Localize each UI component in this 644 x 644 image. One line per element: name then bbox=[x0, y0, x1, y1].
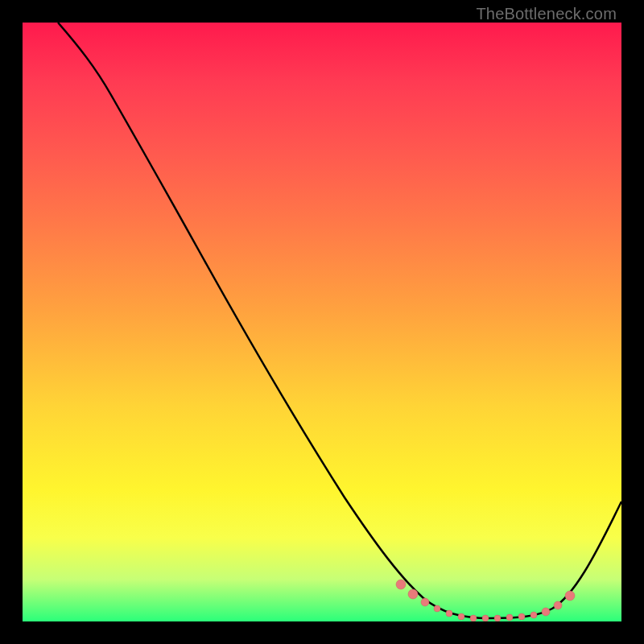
svg-point-12 bbox=[542, 608, 550, 616]
svg-point-13 bbox=[554, 601, 562, 609]
svg-point-3 bbox=[434, 605, 440, 612]
chart-plot-area bbox=[23, 23, 621, 621]
svg-point-11 bbox=[530, 612, 537, 618]
bottleneck-curve-svg bbox=[23, 23, 621, 621]
svg-point-6 bbox=[470, 615, 477, 621]
svg-point-10 bbox=[518, 613, 525, 620]
svg-point-8 bbox=[494, 615, 501, 621]
svg-point-2 bbox=[421, 598, 429, 606]
svg-point-1 bbox=[408, 589, 418, 599]
svg-point-4 bbox=[446, 610, 452, 617]
svg-point-7 bbox=[482, 615, 489, 621]
svg-point-0 bbox=[396, 580, 406, 589]
svg-point-5 bbox=[458, 613, 464, 620]
bottleneck-curve bbox=[58, 23, 621, 618]
watermark-text: TheBottleneck.com bbox=[476, 5, 617, 23]
highlight-dots bbox=[396, 580, 575, 621]
svg-point-9 bbox=[506, 614, 513, 621]
svg-point-14 bbox=[565, 591, 575, 601]
